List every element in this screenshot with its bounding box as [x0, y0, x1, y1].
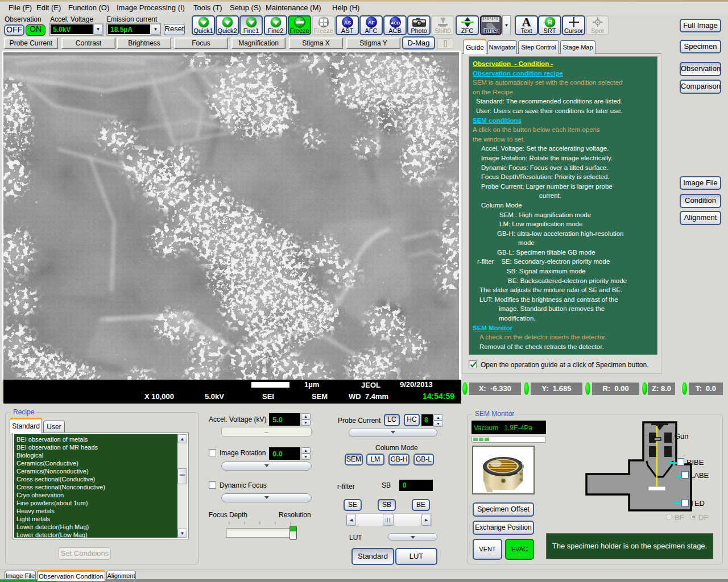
svg-text:AS: AS	[344, 20, 351, 26]
svg-text:R: R	[548, 19, 552, 26]
svg-text:AF: AF	[368, 20, 375, 26]
svg-text:ACB: ACB	[390, 20, 400, 26]
